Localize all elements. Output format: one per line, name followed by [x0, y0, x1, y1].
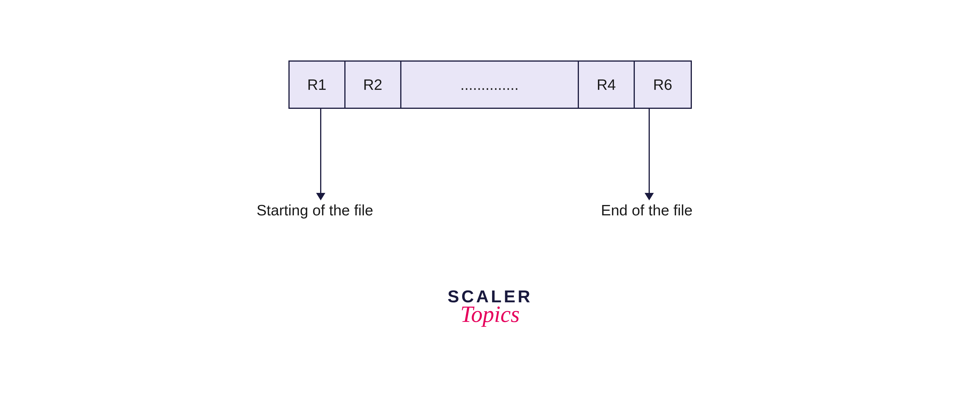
- record-cell-r1: R1: [290, 62, 345, 108]
- record-cell-ellipsis: ..............: [401, 62, 579, 108]
- record-cell-r6: R6: [635, 62, 691, 108]
- file-record-diagram: R1 R2 .............. R4 R6 Starting of t…: [288, 60, 692, 109]
- arrow-down-icon: [644, 193, 654, 200]
- arrow-down-icon: [316, 193, 325, 200]
- record-cell-r2: R2: [345, 62, 401, 108]
- record-row: R1 R2 .............. R4 R6: [288, 60, 692, 109]
- brand-logo: SCALER Topics: [447, 287, 533, 327]
- label-end-of-file: End of the file: [601, 201, 693, 219]
- label-start-of-file: Starting of the file: [257, 201, 374, 219]
- arrow-end: [649, 108, 650, 194]
- record-cell-r4: R4: [579, 62, 635, 108]
- arrow-start: [320, 108, 321, 194]
